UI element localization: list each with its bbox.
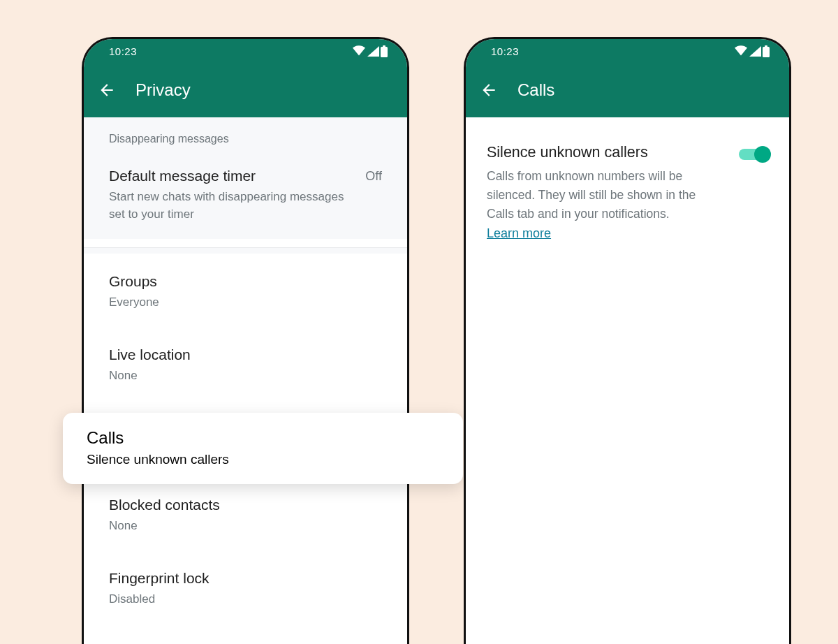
status-time: 10:23 — [491, 45, 519, 57]
item-title: Blocked contacts — [109, 495, 382, 515]
status-bar: 10:23 — [84, 39, 407, 63]
header: 10:23 Calls — [466, 39, 789, 117]
privacy-content: Disappearing messages Default message ti… — [84, 117, 407, 624]
setting-title: Silence unknown callers — [487, 144, 726, 161]
row-silence-unknown-callers[interactable]: Silence unknown callers Calls from unkno… — [466, 117, 789, 241]
app-bar: Privacy — [84, 63, 407, 117]
item-value: Off — [365, 169, 382, 184]
item-title: Live location — [109, 345, 382, 365]
back-arrow-icon — [480, 81, 498, 99]
appbar-title: Privacy — [135, 80, 191, 100]
status-time: 10:23 — [109, 45, 137, 57]
status-icons — [352, 45, 388, 57]
item-subtitle: Everyone — [109, 294, 360, 312]
item-subtitle: Start new chats with disappearing messag… — [109, 189, 360, 223]
row-calls[interactable]: Calls Silence unknown callers — [63, 413, 463, 484]
app-bar: Calls — [466, 63, 789, 117]
divider — [84, 247, 407, 248]
svg-rect-0 — [381, 47, 388, 57]
item-subtitle: None — [109, 367, 360, 385]
svg-rect-3 — [765, 45, 767, 47]
learn-more-link[interactable]: Learn more — [487, 226, 551, 241]
item-title: Default message timer — [109, 166, 256, 186]
item-title: Calls — [87, 428, 439, 448]
wifi-icon — [352, 45, 366, 57]
signal-icon — [367, 46, 379, 57]
battery-icon — [381, 45, 388, 57]
toggle-silence-unknown[interactable] — [739, 145, 770, 163]
back-arrow-icon — [98, 81, 116, 99]
signal-icon — [749, 46, 761, 57]
section-label-disappearing: Disappearing messages — [84, 117, 407, 155]
item-title: Fingerprint lock — [109, 569, 382, 588]
svg-rect-1 — [383, 45, 385, 47]
battery-icon — [763, 45, 770, 57]
row-groups[interactable]: Groups Everyone — [84, 254, 407, 327]
wifi-icon — [734, 45, 748, 57]
row-fingerprint-lock[interactable]: Fingerprint lock Disabled — [84, 550, 407, 624]
back-button[interactable] — [95, 78, 119, 102]
phone-privacy: 10:23 Privacy Disappearing messages Defa… — [82, 37, 409, 644]
status-bar: 10:23 — [466, 39, 789, 63]
item-subtitle: None — [109, 518, 360, 535]
header: 10:23 Privacy — [84, 39, 407, 117]
toggle-thumb — [754, 146, 771, 163]
row-default-message-timer[interactable]: Default message timer Off Start new chat… — [84, 155, 407, 239]
appbar-title: Calls — [517, 80, 554, 100]
item-subtitle: Disabled — [109, 591, 360, 608]
setting-description: Calls from unknown numbers will be silen… — [487, 167, 726, 224]
item-title: Groups — [109, 272, 382, 291]
item-subtitle: Silence unknown callers — [87, 452, 439, 467]
status-icons — [734, 45, 770, 57]
svg-rect-2 — [763, 47, 770, 57]
back-button[interactable] — [477, 78, 501, 102]
phone-calls: 10:23 Calls Silence unknown callers Call… — [464, 37, 791, 644]
row-live-location[interactable]: Live location None — [84, 327, 407, 400]
row-blocked-contacts[interactable]: Blocked contacts None — [84, 484, 407, 550]
